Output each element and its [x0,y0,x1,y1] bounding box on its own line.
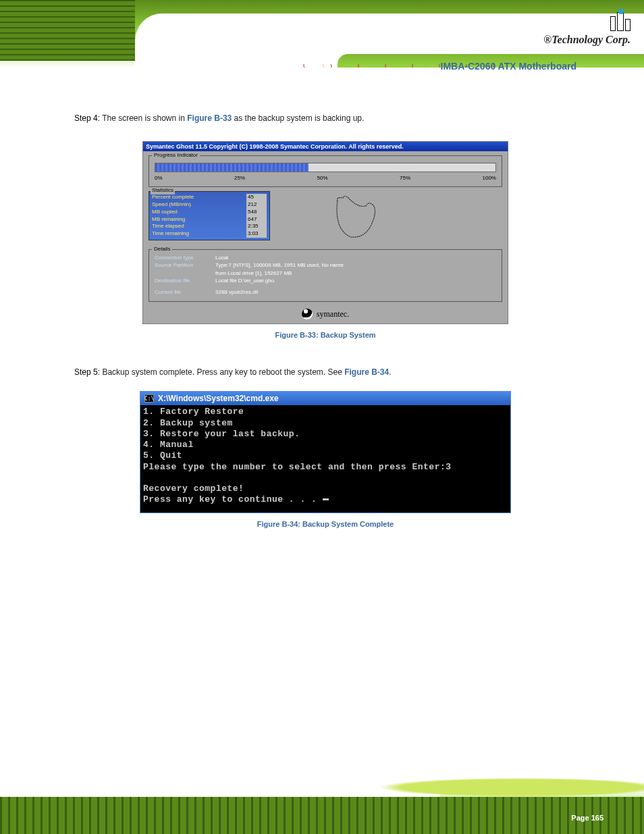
progress-group-label: Progress Indicator [152,152,200,158]
detail-dest-k: Destination file [155,277,215,284]
detail-conn-k: Connection type [155,254,215,261]
cmd-titlebar: C:\ X:\Windows\System32\cmd.exe [140,392,510,405]
progress-scale: 0% 25% 50% 75% 100% [155,175,496,181]
stat-tremain-v: 3:03 [246,230,267,238]
stat-tremain-k: Time remaining [152,230,189,238]
cmd-body: 1. Factory Restore 2. Backup system 3. R… [140,405,510,512]
cmd-screenshot: C:\ X:\Windows\System32\cmd.exe 1. Facto… [140,391,511,513]
brand-block: ®Technology Corp. [543,12,630,46]
stats-row: Statistics Percent complete45 Speed (MB/… [149,191,502,245]
scale-50: 50% [317,175,328,181]
step5-body: Backup system complete. Press any key to… [102,367,344,377]
footer-decor: Page 165 [0,770,644,834]
scale-0: 0% [155,175,163,181]
stats-box: Statistics Percent complete45 Speed (MB/… [149,191,270,240]
stat-copied-k: MB copied [152,209,178,216]
stat-copied-v: 548 [246,209,267,216]
step4-text: Step 4: The screen is shown in Figure B-… [74,112,576,125]
detail-src-v2: from Local drive [1], 152627 MB [215,269,292,277]
doc-title: IMBA-C2060 ATX Motherboard [74,61,576,72]
footer-swoosh [338,778,644,797]
cursor-icon [323,498,329,500]
cmd-l8: Press any key to continue . . . [143,494,323,504]
step4-figref: Figure B-33 [187,113,232,123]
detail-conn-v: Local [215,254,228,261]
figure-caption-33: Figure B-33: Backup System [74,331,576,339]
details-label: Details [152,246,172,252]
step5-figref: Figure B-34 [344,367,389,377]
details-group: Details Connection typeLocal Source Part… [149,249,502,302]
ghost-screenshot: Symantec Ghost 11.5 Copyright (C) 1998-2… [142,141,508,324]
stat-speed-v: 212 [246,201,267,209]
stat-elapsed-v: 2:35 [246,223,267,230]
footer-circuit [0,797,644,834]
symantec-text: symantec. [317,309,349,319]
scale-25: 25% [234,175,245,181]
step5-text: Step 5: Backup system complete. Press an… [74,366,576,379]
detail-curr-v: 3288 vpob2res.dll [215,288,258,296]
detail-src-k2 [155,269,215,277]
cmd-l5: 5. Quit [143,450,182,461]
cmd-l2: 2. Backup system [143,418,233,428]
ghost-art-icon [324,191,392,245]
progress-group: Progress Indicator 0% 25% 50% 75% 100% [149,155,502,187]
cmd-l3: 3. Restore your last backup. [143,429,300,439]
header-circuit [0,0,135,61]
step4-body: The screen is shown in [102,113,187,123]
scale-100: 100% [482,175,495,181]
cmd-icon: C:\ [144,394,154,402]
brand-logo-icon [543,12,630,31]
step4-tail: as the backup system is backing up. [232,113,364,123]
cmd-l1: 1. Factory Restore [143,407,244,417]
cmd-l7: Recovery complete! [143,484,244,494]
symantec-logo-icon [300,307,315,321]
step5-label: Step 5: [74,367,100,377]
step4-label: Step 4: [74,113,100,123]
page-number: Page 165 [571,814,603,822]
brand-text: ®Technology Corp. [543,34,630,46]
stat-remain-v: 647 [246,216,267,224]
cmd-title-text: X:\Windows\System32\cmd.exe [158,394,279,403]
figure-caption-34: Figure B-34: Backup System Complete [74,520,576,528]
ghost-titlebar: Symantec Ghost 11.5 Copyright (C) 1998-2… [143,142,508,151]
detail-dest-v: Local file D:\iei_user.gho [215,277,274,284]
stats-label: Statistics [151,187,175,194]
scale-75: 75% [400,175,410,181]
stat-elapsed-k: Time elapsed [152,223,184,230]
cmd-l6: Please type the number to select and the… [143,462,452,472]
progress-fill [155,163,308,172]
stat-percent-v: 45 [246,194,267,201]
step5-tail: . [389,367,391,377]
step5-trailer: Step 0: [394,367,419,377]
header-decor: ®Technology Corp. [0,0,644,68]
cmd-l4: 4. Manual [143,440,194,450]
stat-remain-k: MB remaining [152,216,185,224]
symantec-brand: symantec. [149,306,502,321]
progress-bar [155,163,496,172]
detail-curr-k: Current file [155,288,215,296]
stat-percent-k: Percent complete [152,194,194,201]
stat-speed-k: Speed (MB/min) [152,201,191,209]
detail-src-k: Source Partition [155,261,215,269]
detail-src-v1: Type:7 [NTFS], 100008 MB, 1951 MB used, … [215,261,344,269]
